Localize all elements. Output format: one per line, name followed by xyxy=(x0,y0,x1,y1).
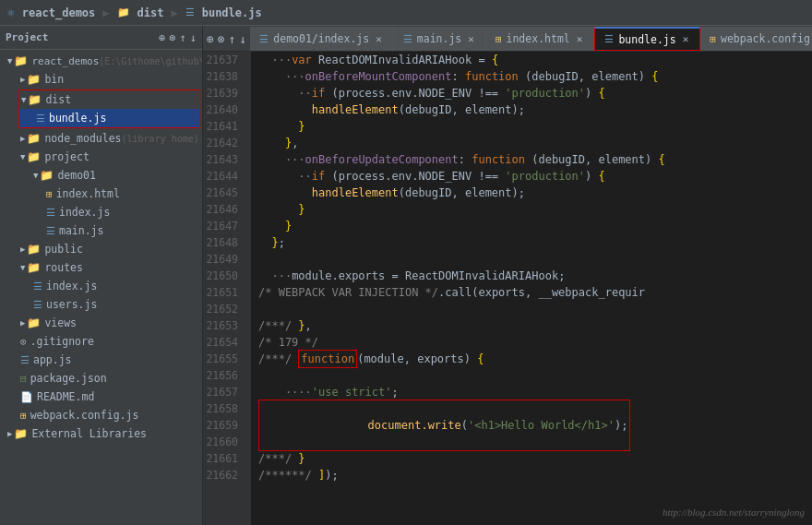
folder-icon-project: 📁 xyxy=(27,150,41,163)
file-icon-gitignore: ⊙ xyxy=(20,336,27,348)
nav-history-icon[interactable]: ↓ xyxy=(239,32,246,46)
collapse-icon[interactable]: ⊗ xyxy=(169,31,175,44)
tree-label-appjs: app.js xyxy=(33,353,72,366)
arrow-root: ▼ xyxy=(7,56,12,66)
tab-close-indexhtml[interactable]: ✕ xyxy=(575,33,585,45)
tree-item-project[interactable]: ▼ 📁 project xyxy=(4,148,202,166)
recent-files-icon[interactable]: ↑ xyxy=(229,32,236,46)
file-icon-routes-indexjs: ☰ xyxy=(33,280,42,292)
tree-item-appjs[interactable]: ☰ app.js xyxy=(4,351,202,369)
arrow-nodemodules: ▶ xyxy=(20,134,25,143)
arrow-views: ▶ xyxy=(20,318,25,328)
tree-item-demo01[interactable]: ▼ 📁 demo01 xyxy=(4,166,202,185)
code-line-21656 xyxy=(251,367,812,384)
tab-mainjs[interactable]: ☰ main.js ✕ xyxy=(394,27,486,51)
file-icon-bundlejs: ☰ xyxy=(36,113,45,125)
linenum-21661: 21661 xyxy=(203,450,244,467)
tree-item-nodemodules[interactable]: ▶ 📁 node_modules (library home) xyxy=(4,129,202,148)
code-line-21643: ···onBeforeUpdateComponent: function (de… xyxy=(251,151,812,168)
tab-close-bundlejs[interactable]: ✕ xyxy=(681,33,691,45)
title-sep1: ▶ xyxy=(102,6,109,19)
up-icon[interactable]: ↑ xyxy=(180,31,186,44)
tree-item-bin[interactable]: ▶ 📁 bin xyxy=(4,70,202,89)
folder-icon-dist: 📁 xyxy=(28,93,42,106)
linenum-21649: 21649 xyxy=(203,251,244,268)
title-sep2: ▶ xyxy=(171,6,177,19)
arrow-routes: ▼ xyxy=(20,263,25,272)
code-content[interactable]: ···var ReactDOMInvalidARIAHook = { ···on… xyxy=(251,52,812,525)
folder-icon-public: 📁 xyxy=(27,243,41,256)
tab-icon-demo01-indexjs: ☰ xyxy=(259,33,269,45)
linenum-21652: 21652 xyxy=(203,301,244,317)
tree-label-root-path: (E:\Githome\github\react_d xyxy=(99,56,202,66)
tree-label-dist: dist xyxy=(45,93,71,106)
code-line-21649 xyxy=(251,251,812,268)
code-line-21645: handleElement(debugID, element); xyxy=(251,185,812,201)
code-area: 21637 21638 21639 21640 21641 21642 2164… xyxy=(203,52,812,525)
tree-item-mainjs[interactable]: ☰ main.js xyxy=(4,221,202,240)
tree-label-project: project xyxy=(44,150,89,163)
tab-label-webpackconfig: webpack.config.js xyxy=(721,32,812,45)
document-write-highlight: document.write('<h1>Hello World</h1>'); xyxy=(258,400,630,451)
tree-item-indexjs[interactable]: ☰ index.js xyxy=(4,203,202,221)
nav-back-icon[interactable]: ⊕ xyxy=(207,32,214,46)
tree-item-public[interactable]: ▶ 📁 public xyxy=(4,240,202,258)
app-icon: ⚛ xyxy=(7,6,15,19)
tree-item-root[interactable]: ▼ 📁 react_demos (E:\Githome\github\react… xyxy=(4,52,202,70)
linenum-21637: 21637 xyxy=(203,52,244,68)
code-line-21659: document.write('<h1>Hello World</h1>'); xyxy=(251,417,812,434)
line-numbers: 21637 21638 21639 21640 21641 21642 2164… xyxy=(203,52,251,525)
tree-label-indexjs: index.js xyxy=(59,206,110,219)
code-line-21653: /***/ }, xyxy=(251,317,812,334)
nav-forward-icon[interactable]: ⊗ xyxy=(218,32,225,46)
tree-label-routes: routes xyxy=(44,261,83,274)
linenum-21647: 21647 xyxy=(203,218,244,234)
tab-close-mainjs[interactable]: ✕ xyxy=(466,33,476,45)
arrow-public: ▶ xyxy=(20,245,25,254)
tree-item-usersjs[interactable]: ☰ users.js xyxy=(4,295,202,314)
tab-label-indexhtml: index.html xyxy=(507,32,570,45)
tab-icon-webpackconfig: ⊞ xyxy=(710,33,716,45)
tree-label-views: views xyxy=(44,316,77,329)
sync-icon[interactable]: ⊕ xyxy=(159,31,165,44)
tab-close-demo01-indexjs[interactable]: ✕ xyxy=(374,33,384,45)
tree-label-readmemd: README.md xyxy=(37,390,94,403)
tree-item-routes[interactable]: ▼ 📁 routes xyxy=(4,258,202,277)
tab-webpackconfig[interactable]: ⊞ webpack.config.js ✕ xyxy=(700,27,812,51)
arrow-dist: ▼ xyxy=(21,95,26,104)
code-line-21641: } xyxy=(251,118,812,135)
linenum-21644: 21644 xyxy=(203,168,244,185)
down-icon[interactable]: ↓ xyxy=(190,31,197,44)
sidebar-toolbar: ⊕ ⊗ ↑ ↓ xyxy=(159,31,197,44)
linenum-21646: 21646 xyxy=(203,201,244,218)
arrow-extlibs: ▶ xyxy=(7,429,12,438)
code-line-21662: /******/ ]); xyxy=(251,467,812,483)
folder-icon-bin: 📁 xyxy=(27,73,41,86)
tree-item-webpackconfig[interactable]: ⊞ webpack.config.js xyxy=(4,406,202,424)
code-line-21647: } xyxy=(251,218,812,234)
tree-item-routes-indexjs[interactable]: ☰ index.js xyxy=(4,277,202,295)
code-line-21657: ····'use strict'; xyxy=(251,384,812,400)
tab-indexhtml[interactable]: ⊞ index.html ✕ xyxy=(486,27,595,51)
tree-item-indexhtml[interactable]: ⊞ index.html xyxy=(4,185,202,203)
tree-item-gitignore[interactable]: ⊙ .gitignore xyxy=(4,332,202,351)
tab-bundlejs[interactable]: ☰ bundle.js ✕ xyxy=(594,27,700,51)
tree-label-gitignore: .gitignore xyxy=(30,335,94,348)
tree-item-views[interactable]: ▶ 📁 views xyxy=(4,314,202,332)
code-line-21655: /***/ function(module, exports) { xyxy=(251,351,812,367)
code-line-21661: /***/ } xyxy=(251,450,812,467)
dir-icon: 📁 xyxy=(117,6,130,18)
tree-item-bundlejs[interactable]: ☰ bundle.js xyxy=(19,109,199,127)
linenum-21651: 21651 xyxy=(203,284,244,301)
tree-item-packagejson[interactable]: ⊟ package.json xyxy=(4,369,202,388)
linenum-21645: 21645 xyxy=(203,185,244,201)
code-line-21646: } xyxy=(251,201,812,218)
linenum-21642: 21642 xyxy=(203,135,244,151)
linenum-21638: 21638 xyxy=(203,68,244,85)
tree-item-dist[interactable]: ▼ 📁 dist xyxy=(19,90,199,109)
tree-item-readmemd[interactable]: 📄 README.md xyxy=(4,388,202,406)
tree-item-extlibs[interactable]: ▶ 📁 External Libraries xyxy=(4,424,202,443)
tree-label-usersjs: users.js xyxy=(46,298,97,311)
tab-toolbar: ⊕ ⊗ ↑ ↓ xyxy=(203,27,250,51)
tab-demo01-indexjs[interactable]: ☰ demo01/index.js ✕ xyxy=(250,27,393,51)
